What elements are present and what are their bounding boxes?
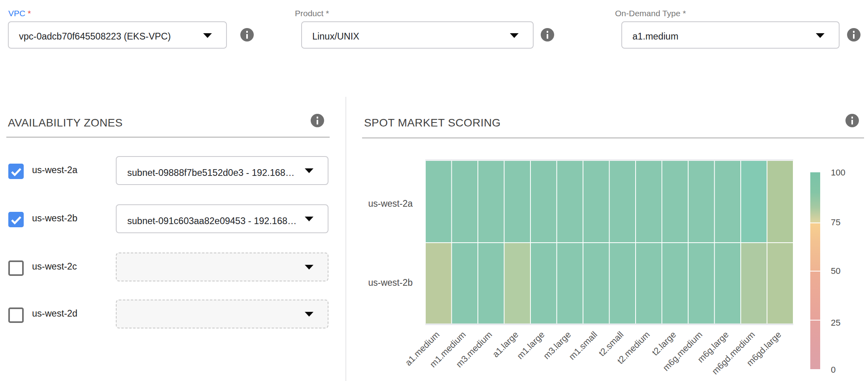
svg-text:m1.small: m1.small	[567, 330, 599, 362]
svg-text:100: 100	[831, 168, 845, 177]
svg-text:m1.large: m1.large	[515, 330, 547, 361]
svg-text:50: 50	[831, 266, 840, 276]
svg-text:75: 75	[831, 217, 840, 227]
svg-text:0: 0	[831, 365, 836, 375]
svg-text:us-west-2b: us-west-2b	[368, 277, 413, 288]
svg-text:us-west-2a: us-west-2a	[368, 198, 413, 209]
svg-text:25: 25	[831, 318, 840, 328]
